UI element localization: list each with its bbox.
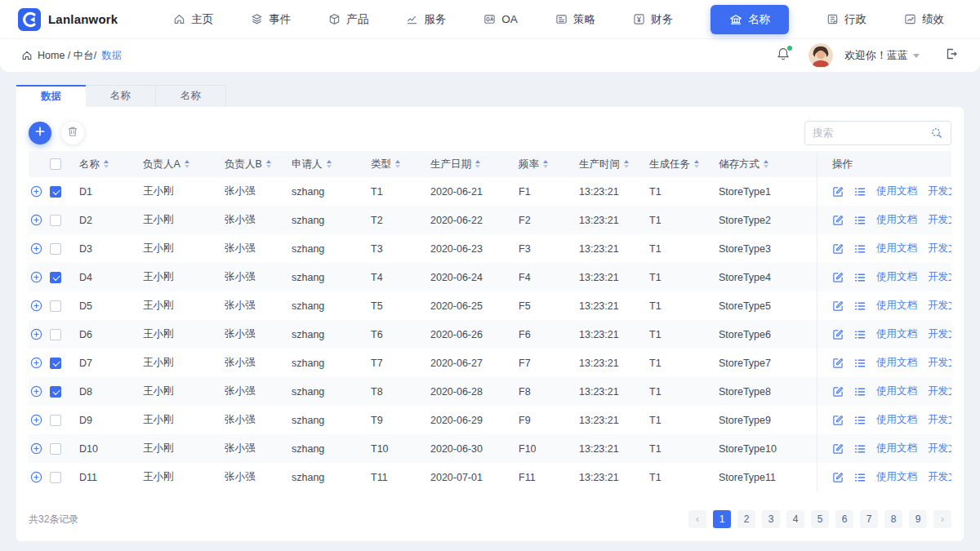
- list-icon[interactable]: [854, 186, 866, 198]
- row-expand-icon[interactable]: [30, 328, 42, 340]
- nav-item-事件[interactable]: 事件: [251, 12, 291, 27]
- page-button-2[interactable]: 2: [737, 510, 755, 528]
- column-header-applicant[interactable]: 申请人: [292, 151, 371, 177]
- sort-icon[interactable]: [475, 160, 480, 168]
- sort-icon[interactable]: [694, 160, 699, 168]
- list-icon[interactable]: [854, 300, 866, 312]
- add-button[interactable]: [29, 122, 51, 144]
- row-checkbox[interactable]: [50, 415, 61, 426]
- list-icon[interactable]: [854, 415, 866, 426]
- row-expand-icon[interactable]: [30, 300, 42, 312]
- breadcrumb-path[interactable]: Home / 中台/: [38, 49, 96, 63]
- next-page-button[interactable]: ›: [933, 510, 951, 528]
- row-checkbox[interactable]: [50, 358, 61, 369]
- nav-item-名称[interactable]: 名称: [710, 5, 789, 34]
- edit-icon[interactable]: [832, 358, 844, 369]
- usage-doc-link[interactable]: 使用文档: [876, 213, 917, 227]
- usage-doc-link[interactable]: 使用文档: [876, 270, 917, 284]
- edit-icon[interactable]: [832, 329, 844, 340]
- tab-3-名称[interactable]: 名称: [156, 85, 226, 107]
- row-expand-icon[interactable]: [30, 442, 42, 455]
- nav-item-绩效[interactable]: 绩效: [904, 12, 944, 27]
- row-checkbox[interactable]: [50, 215, 61, 226]
- edit-icon[interactable]: [832, 186, 844, 198]
- edit-icon[interactable]: [832, 415, 844, 426]
- dev-doc-link[interactable]: 开发文档: [928, 327, 951, 341]
- user-menu[interactable]: 欢迎你！蓝蓝: [844, 48, 920, 63]
- dev-doc-link[interactable]: 开发文档: [928, 384, 951, 398]
- edit-icon[interactable]: [832, 215, 844, 226]
- list-icon[interactable]: [854, 358, 866, 369]
- row-checkbox[interactable]: [50, 443, 61, 455]
- page-button-8[interactable]: 8: [884, 510, 902, 528]
- row-checkbox[interactable]: [50, 300, 61, 312]
- search-icon[interactable]: [930, 127, 943, 140]
- row-expand-icon[interactable]: [30, 242, 42, 255]
- edit-icon[interactable]: [832, 386, 844, 398]
- nav-item-主页[interactable]: 主页: [173, 12, 213, 27]
- usage-doc-link[interactable]: 使用文档: [876, 242, 917, 256]
- usage-doc-link[interactable]: 使用文档: [876, 442, 917, 455]
- page-button-5[interactable]: 5: [811, 510, 829, 528]
- page-button-6[interactable]: 6: [835, 510, 853, 528]
- logout-button[interactable]: [944, 47, 959, 64]
- delete-button[interactable]: [61, 122, 84, 144]
- edit-icon[interactable]: [832, 243, 844, 255]
- row-expand-icon[interactable]: [30, 414, 42, 426]
- column-header-type[interactable]: 类型: [371, 151, 430, 177]
- page-button-3[interactable]: 3: [762, 510, 780, 528]
- edit-icon[interactable]: [832, 443, 844, 455]
- sort-icon[interactable]: [624, 160, 629, 168]
- select-all-checkbox[interactable]: [50, 158, 61, 170]
- row-checkbox[interactable]: [50, 243, 61, 255]
- sort-icon[interactable]: [395, 160, 400, 168]
- list-icon[interactable]: [854, 329, 866, 340]
- dev-doc-link[interactable]: 开发文档: [928, 270, 951, 284]
- row-checkbox[interactable]: [50, 329, 61, 340]
- list-icon[interactable]: [854, 443, 866, 455]
- usage-doc-link[interactable]: 使用文档: [876, 384, 917, 398]
- column-header-name[interactable]: 名称: [79, 151, 143, 177]
- page-button-4[interactable]: 4: [786, 510, 804, 528]
- column-header-freq[interactable]: 频率: [519, 151, 579, 177]
- sort-icon[interactable]: [266, 160, 271, 168]
- nav-item-财务[interactable]: 财务: [633, 12, 673, 27]
- column-header-ownerA[interactable]: 负责人A: [143, 151, 225, 177]
- row-checkbox[interactable]: [50, 186, 61, 198]
- usage-doc-link[interactable]: 使用文档: [876, 356, 917, 370]
- nav-item-策略[interactable]: 策略: [555, 12, 595, 27]
- usage-doc-link[interactable]: 使用文档: [876, 184, 917, 198]
- page-button-7[interactable]: 7: [860, 510, 878, 528]
- usage-doc-link[interactable]: 使用文档: [876, 413, 917, 427]
- list-icon[interactable]: [854, 386, 866, 398]
- row-expand-icon[interactable]: [30, 185, 42, 198]
- edit-icon[interactable]: [832, 272, 844, 283]
- list-icon[interactable]: [854, 215, 866, 226]
- brand[interactable]: Lanlanwork: [18, 8, 118, 31]
- sort-icon[interactable]: [764, 160, 768, 168]
- column-header-prodTime[interactable]: 生产时间: [579, 151, 649, 177]
- row-checkbox[interactable]: [50, 272, 61, 283]
- nav-item-行政[interactable]: 行政: [826, 12, 866, 27]
- sort-icon[interactable]: [327, 160, 332, 168]
- row-expand-icon[interactable]: [30, 271, 42, 283]
- avatar[interactable]: [808, 43, 833, 68]
- dev-doc-link[interactable]: 开发文档: [928, 213, 951, 227]
- column-header-storeType[interactable]: 储存方式: [719, 151, 817, 177]
- tab-1-数据[interactable]: 数据: [16, 85, 86, 107]
- list-icon[interactable]: [854, 272, 866, 283]
- notifications-button[interactable]: [769, 42, 797, 69]
- nav-item-产品[interactable]: 产品: [328, 12, 368, 27]
- row-checkbox[interactable]: [50, 386, 61, 398]
- row-expand-icon[interactable]: [30, 471, 42, 483]
- dev-doc-link[interactable]: 开发文档: [928, 356, 951, 370]
- column-header-ownerB[interactable]: 负责人B: [225, 151, 292, 177]
- search-input[interactable]: [813, 127, 930, 139]
- usage-doc-link[interactable]: 使用文档: [876, 327, 917, 341]
- row-checkbox[interactable]: [50, 472, 61, 483]
- column-header-prodDate[interactable]: 生产日期: [430, 151, 519, 177]
- row-expand-icon[interactable]: [30, 214, 42, 226]
- dev-doc-link[interactable]: 开发文档: [928, 442, 951, 455]
- tab-2-名称[interactable]: 名称: [86, 85, 156, 107]
- sort-icon[interactable]: [543, 160, 548, 168]
